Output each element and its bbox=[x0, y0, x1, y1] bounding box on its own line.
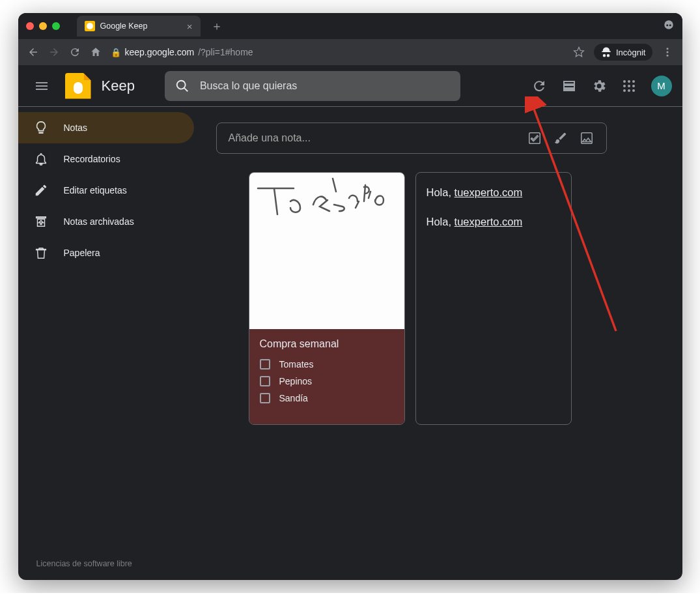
app-header: Keep M bbox=[18, 65, 682, 107]
close-window-button[interactable] bbox=[26, 22, 34, 30]
search-box[interactable] bbox=[165, 71, 460, 101]
sidebar-item-label: Notas bbox=[64, 123, 88, 133]
list-view-icon[interactable] bbox=[556, 73, 582, 99]
star-bookmark-icon[interactable] bbox=[573, 46, 585, 58]
minimize-window-button[interactable] bbox=[39, 22, 47, 30]
checkbox-icon[interactable] bbox=[260, 376, 270, 386]
svg-point-12 bbox=[623, 89, 626, 92]
svg-point-8 bbox=[632, 80, 635, 83]
checklist-item[interactable]: Sandía bbox=[260, 393, 394, 403]
footer-license-link[interactable]: Licencias de software libre bbox=[36, 559, 132, 568]
incognito-indicator-icon bbox=[663, 19, 675, 33]
note-drawing bbox=[249, 173, 404, 329]
handwriting-icon bbox=[255, 175, 398, 221]
app-name: Keep bbox=[102, 78, 135, 94]
svg-point-14 bbox=[632, 89, 635, 92]
apps-grid-icon[interactable] bbox=[616, 73, 642, 99]
svg-point-3 bbox=[666, 48, 668, 50]
note-card-text[interactable]: Hola, tuexperto.com Hola, tuexperto.com bbox=[415, 172, 572, 425]
note-link[interactable]: tuexperto.com bbox=[455, 186, 523, 198]
url-domain: keep.google.com bbox=[125, 47, 195, 57]
note-card-shopping[interactable]: Compra semanal Tomates Pepinos Sandía bbox=[249, 172, 405, 425]
browser-menu-icon[interactable] bbox=[662, 46, 673, 58]
refresh-icon[interactable] bbox=[526, 73, 552, 99]
keep-logo-icon bbox=[65, 73, 91, 99]
maximize-window-button[interactable] bbox=[52, 22, 60, 30]
bell-icon bbox=[34, 152, 48, 166]
app-body: Notas Recordatorios Editar etiquetas Not… bbox=[18, 107, 682, 580]
url-field[interactable]: 🔒 keep.google.com/?pli=1#home bbox=[111, 47, 564, 57]
svg-point-5 bbox=[666, 55, 668, 57]
note-body: Compra semanal Tomates Pepinos Sandía bbox=[249, 329, 404, 424]
svg-point-9 bbox=[623, 85, 626, 87]
sidebar: Notas Recordatorios Editar etiquetas Not… bbox=[18, 107, 201, 580]
svg-point-7 bbox=[628, 80, 630, 83]
reload-button[interactable] bbox=[69, 46, 81, 58]
browser-address-bar: 🔒 keep.google.com/?pli=1#home Incògnit bbox=[18, 39, 682, 65]
take-note-placeholder: Añade una nota... bbox=[229, 132, 516, 144]
main-content: Añade una nota... Compra semanal Tom bbox=[201, 107, 682, 580]
browser-tab[interactable]: Google Keep × bbox=[77, 16, 201, 36]
note-title: Compra semanal bbox=[260, 338, 394, 350]
settings-gear-icon[interactable] bbox=[586, 73, 612, 99]
sidebar-item-label: Recordatorios bbox=[64, 154, 120, 164]
search-input[interactable] bbox=[200, 80, 450, 92]
sidebar-item-edit-labels[interactable]: Editar etiquetas bbox=[18, 175, 194, 206]
browser-window: Google Keep × ＋ 🔒 keep.google.com/?pli=1… bbox=[18, 13, 682, 580]
svg-point-11 bbox=[632, 85, 635, 87]
svg-point-0 bbox=[664, 20, 673, 29]
new-drawing-icon[interactable] bbox=[553, 130, 568, 146]
browser-tabbar: Google Keep × ＋ bbox=[18, 13, 682, 39]
tab-title: Google Keep bbox=[100, 22, 148, 31]
new-list-icon[interactable] bbox=[527, 130, 542, 146]
back-button[interactable] bbox=[27, 46, 39, 58]
bulb-icon bbox=[34, 121, 48, 135]
sidebar-item-trash[interactable]: Papelera bbox=[18, 237, 194, 268]
hamburger-menu-icon[interactable] bbox=[29, 73, 55, 99]
svg-point-10 bbox=[628, 85, 630, 87]
incognito-pill[interactable]: Incògnit bbox=[594, 44, 652, 61]
svg-point-6 bbox=[623, 80, 626, 83]
close-tab-icon[interactable]: × bbox=[187, 21, 193, 32]
sidebar-item-reminders[interactable]: Recordatorios bbox=[18, 143, 194, 175]
url-path: /?pli=1#home bbox=[198, 47, 253, 57]
account-avatar[interactable]: M bbox=[651, 76, 672, 96]
checkbox-icon[interactable] bbox=[260, 393, 270, 403]
keep-favicon-icon bbox=[85, 21, 95, 31]
pencil-icon bbox=[34, 183, 48, 197]
checkbox-icon[interactable] bbox=[260, 359, 270, 369]
note-line: Hola, tuexperto.com bbox=[427, 214, 561, 230]
svg-point-1 bbox=[666, 24, 668, 26]
home-button[interactable] bbox=[90, 46, 102, 58]
checklist-item[interactable]: Tomates bbox=[260, 359, 394, 369]
sidebar-item-label: Editar etiquetas bbox=[64, 185, 127, 195]
new-image-icon[interactable] bbox=[579, 130, 595, 146]
sidebar-item-notes[interactable]: Notas bbox=[18, 112, 194, 143]
sidebar-item-archive[interactable]: Notas archivadas bbox=[18, 206, 194, 237]
checklist-item[interactable]: Pepinos bbox=[260, 376, 394, 386]
incognito-label: Incògnit bbox=[616, 48, 646, 57]
forward-button[interactable] bbox=[48, 46, 60, 58]
new-tab-button[interactable]: ＋ bbox=[211, 18, 223, 34]
sidebar-item-label: Notas archivadas bbox=[64, 216, 134, 227]
svg-point-2 bbox=[669, 24, 671, 26]
archive-icon bbox=[34, 214, 48, 229]
take-note-bar[interactable]: Añade una nota... bbox=[216, 123, 607, 154]
note-link[interactable]: tuexperto.com bbox=[455, 216, 523, 227]
lock-icon: 🔒 bbox=[111, 48, 121, 57]
window-controls bbox=[26, 22, 60, 30]
trash-icon bbox=[34, 246, 48, 260]
svg-point-4 bbox=[666, 51, 668, 53]
svg-point-13 bbox=[628, 89, 630, 92]
note-line: Hola, tuexperto.com bbox=[427, 184, 561, 201]
search-icon bbox=[175, 79, 189, 93]
sidebar-item-label: Papelera bbox=[64, 248, 100, 258]
notes-grid: Compra semanal Tomates Pepinos Sandía Ho… bbox=[249, 172, 667, 425]
